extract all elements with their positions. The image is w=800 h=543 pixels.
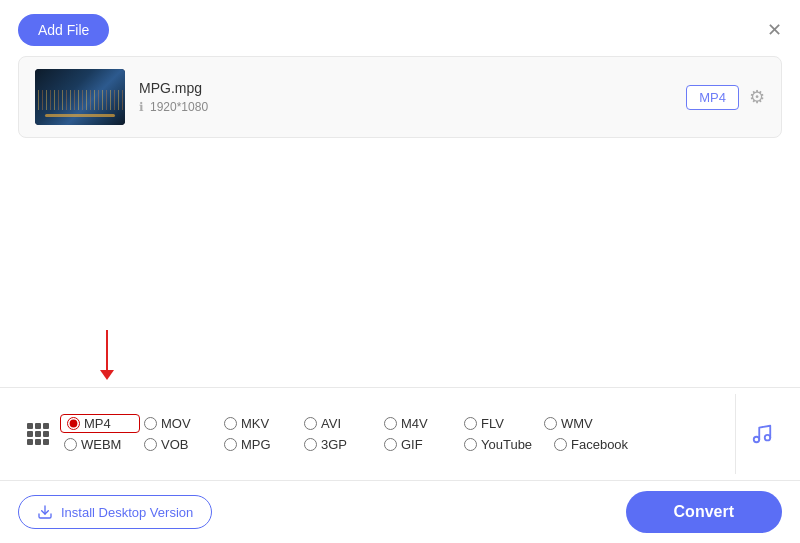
- format-option-mkv[interactable]: MKV: [220, 414, 300, 433]
- format-row-1: MP4 MOV MKV AVI M4V: [60, 414, 731, 433]
- format-radio-avi[interactable]: [304, 417, 317, 430]
- footer-bar: Install Desktop Version Convert: [0, 481, 800, 543]
- format-radio-vob[interactable]: [144, 438, 157, 451]
- format-option-m4v[interactable]: M4V: [380, 414, 460, 433]
- file-item: MPG.mpg ℹ 1920*1080 MP4 ⚙: [19, 57, 781, 137]
- format-label-flv: FLV: [481, 416, 504, 431]
- format-radio-mp4[interactable]: [67, 417, 80, 430]
- bottom-bar: MP4 MOV MKV AVI M4V: [0, 387, 800, 543]
- format-label-gif: GIF: [401, 437, 423, 452]
- file-resolution: 1920*1080: [150, 100, 208, 114]
- format-label-wmv: WMV: [561, 416, 593, 431]
- format-divider: [735, 394, 736, 474]
- format-label-vob: VOB: [161, 437, 188, 452]
- format-label-mov: MOV: [161, 416, 191, 431]
- settings-button[interactable]: ⚙: [749, 86, 765, 108]
- format-option-mpg[interactable]: MPG: [220, 435, 300, 454]
- info-icon: ℹ: [139, 100, 144, 114]
- format-radio-wmv[interactable]: [544, 417, 557, 430]
- format-label-mp4: MP4: [84, 416, 111, 431]
- format-radio-flv[interactable]: [464, 417, 477, 430]
- file-thumbnail: [35, 69, 125, 125]
- add-file-button[interactable]: Add File: [18, 14, 109, 46]
- format-option-vob[interactable]: VOB: [140, 435, 220, 454]
- format-option-wmv[interactable]: WMV: [540, 414, 620, 433]
- grid-icon: [27, 423, 49, 445]
- format-label-avi: AVI: [321, 416, 341, 431]
- format-radio-3gp[interactable]: [304, 438, 317, 451]
- format-radio-mkv[interactable]: [224, 417, 237, 430]
- format-radio-gif[interactable]: [384, 438, 397, 451]
- format-label-mpg: MPG: [241, 437, 271, 452]
- format-radio-facebook[interactable]: [554, 438, 567, 451]
- format-radio-m4v[interactable]: [384, 417, 397, 430]
- file-name: MPG.mpg: [139, 80, 672, 96]
- header: Add File ✕: [0, 0, 800, 56]
- close-button[interactable]: ✕: [767, 21, 782, 39]
- file-info: MPG.mpg ℹ 1920*1080: [139, 80, 672, 114]
- format-badge-button[interactable]: MP4: [686, 85, 739, 110]
- file-actions: MP4 ⚙: [686, 85, 765, 110]
- format-radio-mov[interactable]: [144, 417, 157, 430]
- arrow-head: [100, 370, 114, 380]
- format-option-mov[interactable]: MOV: [140, 414, 220, 433]
- thumbnail-image: [35, 69, 125, 125]
- format-radio-mpg[interactable]: [224, 438, 237, 451]
- audio-format-button[interactable]: [740, 412, 784, 456]
- arrow-indicator: [100, 330, 114, 380]
- format-option-flv[interactable]: FLV: [460, 414, 540, 433]
- download-icon: [37, 504, 53, 520]
- format-option-youtube[interactable]: YouTube: [460, 435, 550, 454]
- format-label-mkv: MKV: [241, 416, 269, 431]
- svg-point-0: [754, 437, 760, 443]
- format-row-2: WEBM VOB MPG 3GP GIF: [60, 435, 731, 454]
- file-list: MPG.mpg ℹ 1920*1080 MP4 ⚙: [18, 56, 782, 138]
- middle-space: [0, 138, 800, 358]
- format-option-gif[interactable]: GIF: [380, 435, 460, 454]
- install-label: Install Desktop Version: [61, 505, 193, 520]
- format-label-m4v: M4V: [401, 416, 428, 431]
- music-icon: [751, 423, 773, 445]
- arrow-shaft: [106, 330, 108, 370]
- format-option-3gp[interactable]: 3GP: [300, 435, 380, 454]
- format-label-facebook: Facebook: [571, 437, 628, 452]
- format-label-youtube: YouTube: [481, 437, 532, 452]
- format-option-mp4[interactable]: MP4: [60, 414, 140, 433]
- format-radio-webm[interactable]: [64, 438, 77, 451]
- format-option-avi[interactable]: AVI: [300, 414, 380, 433]
- install-desktop-button[interactable]: Install Desktop Version: [18, 495, 212, 529]
- video-format-icon-button[interactable]: [16, 412, 60, 456]
- format-option-webm[interactable]: WEBM: [60, 435, 140, 454]
- format-option-facebook[interactable]: Facebook: [550, 435, 640, 454]
- convert-button[interactable]: Convert: [626, 491, 782, 533]
- format-options: MP4 MOV MKV AVI M4V: [60, 410, 731, 458]
- svg-point-1: [765, 435, 771, 441]
- format-label-3gp: 3GP: [321, 437, 347, 452]
- format-label-webm: WEBM: [81, 437, 121, 452]
- file-meta: ℹ 1920*1080: [139, 100, 672, 114]
- format-bar: MP4 MOV MKV AVI M4V: [0, 388, 800, 481]
- format-radio-youtube[interactable]: [464, 438, 477, 451]
